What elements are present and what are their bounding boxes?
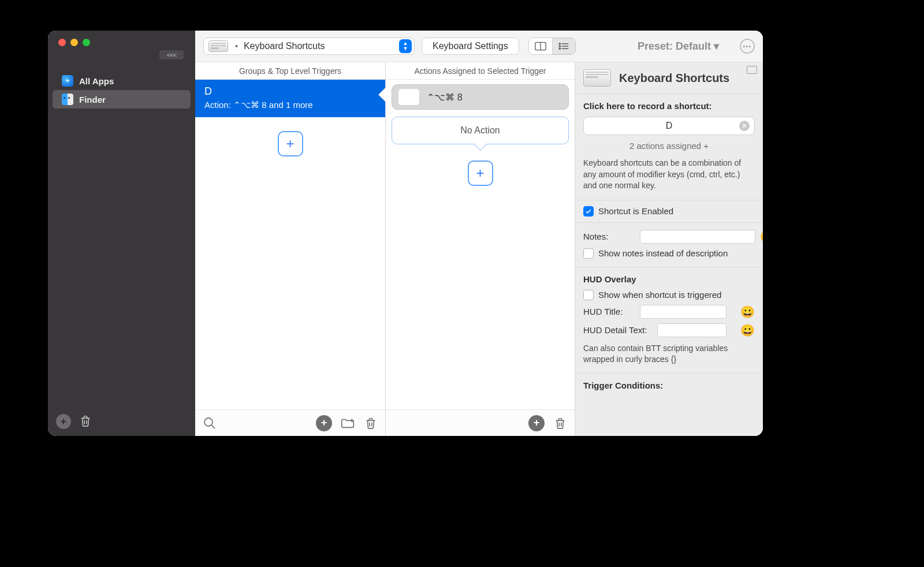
clear-shortcut-button[interactable]: ✕ bbox=[739, 121, 750, 131]
hud-section-title: HUD Overlay bbox=[583, 274, 755, 284]
dropdown-stepper-icon: ▲▼ bbox=[399, 39, 412, 53]
actions-footer: + bbox=[386, 409, 575, 436]
inspector-notes-section: Notes: 😀 Show notes instead of descripti… bbox=[575, 223, 763, 267]
inspector-title: Keyboard Shortcuts bbox=[619, 72, 729, 85]
hud-show-label: Show when shortcut is triggered bbox=[598, 290, 721, 300]
sidebar-item-label: Finder bbox=[79, 95, 106, 105]
action-row[interactable]: ⌃⌥⌘ 8 bbox=[392, 84, 569, 110]
preset-menu[interactable]: Preset: Default ▾ bbox=[638, 40, 719, 53]
inspector-description: Keyboard shortcuts can be a combination … bbox=[583, 158, 755, 192]
add-app-button[interactable]: + bbox=[56, 414, 71, 429]
columns: Groups & Top Level Triggers D Action: ⌃⌥… bbox=[195, 62, 763, 436]
sidebar-bottom-bar: + bbox=[48, 408, 195, 436]
conditions-title: Trigger Conditions: bbox=[583, 381, 755, 390]
notes-instead-checkbox[interactable] bbox=[583, 248, 594, 259]
delete-trigger-button[interactable] bbox=[363, 416, 378, 430]
no-action-row[interactable]: No Action bbox=[392, 117, 569, 144]
trigger-title: D bbox=[204, 85, 377, 98]
inspector-conditions-section: Trigger Conditions: bbox=[575, 374, 763, 398]
hud-detail-input[interactable] bbox=[657, 323, 726, 337]
inspector-header: Keyboard Shortcuts bbox=[575, 62, 763, 94]
sidebar-item-all-apps[interactable]: ✦ All Apps bbox=[53, 72, 191, 90]
delete-action-button[interactable] bbox=[553, 416, 568, 430]
inspector-panel: Keyboard Shortcuts Click here to record … bbox=[575, 62, 763, 436]
trigger-type-select[interactable]: • Keyboard Shortcuts ▲▼ bbox=[203, 38, 415, 55]
new-folder-button[interactable] bbox=[340, 416, 355, 430]
recorded-key: D bbox=[666, 121, 673, 131]
hud-title-input[interactable] bbox=[640, 305, 726, 319]
zoom-window-button[interactable] bbox=[83, 39, 90, 46]
add-action-footer-button[interactable]: + bbox=[528, 415, 545, 431]
more-menu-button[interactable]: ••• bbox=[740, 39, 755, 54]
add-action-button[interactable]: + bbox=[468, 161, 493, 186]
detach-panel-button[interactable] bbox=[747, 66, 757, 74]
enabled-checkbox[interactable] bbox=[583, 206, 594, 217]
svg-point-4 bbox=[204, 418, 213, 426]
emoji-picker-button[interactable]: 😀 bbox=[740, 305, 755, 319]
hud-detail-label: HUD Detail Text: bbox=[583, 325, 653, 335]
svg-point-1 bbox=[559, 43, 560, 44]
app-window: <<< ✦ All Apps Finder + bbox=[48, 31, 763, 436]
actions-assigned-label[interactable]: 2 actions assigned + bbox=[583, 141, 755, 151]
sidebar-item-label: All Apps bbox=[79, 76, 114, 86]
hud-note: Can also contain BTT scripting variables… bbox=[583, 343, 755, 365]
shortcut-record-field[interactable]: D ✕ bbox=[583, 117, 755, 135]
inspector-enabled-section: Shortcut is Enabled bbox=[575, 200, 763, 223]
add-trigger-button[interactable]: + bbox=[278, 131, 303, 156]
add-group-button[interactable]: + bbox=[316, 415, 332, 431]
finder-icon bbox=[62, 94, 73, 105]
keyboard-icon bbox=[208, 40, 228, 52]
search-button[interactable] bbox=[202, 416, 217, 430]
toolbar: • Keyboard Shortcuts ▲▼ Keyboard Setting… bbox=[195, 31, 763, 62]
trigger-row[interactable]: D Action: ⌃⌥⌘ 8 and 1 more bbox=[195, 80, 385, 117]
svg-point-3 bbox=[559, 48, 560, 49]
trigger-subtitle: Action: ⌃⌥⌘ 8 and 1 more bbox=[204, 100, 377, 110]
globe-icon: ✦ bbox=[62, 75, 73, 87]
record-prompt: Click here to record a shortcut: bbox=[583, 101, 755, 111]
action-label: ⌃⌥⌘ 8 bbox=[427, 92, 463, 103]
bullet-icon: • bbox=[233, 42, 239, 51]
notes-input[interactable] bbox=[640, 230, 755, 244]
window-controls bbox=[48, 31, 195, 51]
close-window-button[interactable] bbox=[58, 39, 66, 46]
keyboard-icon bbox=[583, 69, 611, 87]
minimize-window-button[interactable] bbox=[70, 39, 78, 46]
sidebar: <<< ✦ All Apps Finder + bbox=[48, 31, 195, 436]
layout-mode-segmented bbox=[528, 38, 576, 55]
notes-instead-label: Show notes instead of description bbox=[598, 248, 728, 258]
notes-label: Notes: bbox=[583, 232, 635, 241]
sidebar-item-finder[interactable]: Finder bbox=[53, 90, 191, 109]
svg-point-2 bbox=[559, 46, 560, 47]
collapse-sidebar-button[interactable]: <<< bbox=[159, 50, 184, 59]
keyboard-settings-button[interactable]: Keyboard Settings bbox=[422, 38, 519, 55]
inspector-record-section: Click here to record a shortcut: D ✕ 2 a… bbox=[575, 94, 763, 200]
trigger-type-label: Keyboard Shortcuts bbox=[244, 41, 394, 51]
emoji-picker-button[interactable]: 😀 bbox=[740, 323, 755, 337]
no-action-label: No Action bbox=[460, 125, 500, 136]
actions-column: Actions Assigned to Selected Trigger ⌃⌥⌘… bbox=[386, 62, 575, 436]
delete-app-button[interactable] bbox=[79, 414, 92, 428]
layout-list-button[interactable] bbox=[552, 38, 575, 54]
actions-column-header: Actions Assigned to Selected Trigger bbox=[386, 62, 575, 80]
sidebar-items: ✦ All Apps Finder bbox=[48, 72, 195, 109]
hud-show-checkbox[interactable] bbox=[583, 290, 594, 300]
inspector-hud-section: HUD Overlay Show when shortcut is trigge… bbox=[575, 267, 763, 374]
emoji-picker-button[interactable]: 😀 bbox=[760, 230, 763, 244]
groups-column-header: Groups & Top Level Triggers bbox=[195, 62, 385, 80]
enabled-label: Shortcut is Enabled bbox=[598, 206, 673, 216]
action-icon bbox=[398, 88, 420, 106]
groups-column: Groups & Top Level Triggers D Action: ⌃⌥… bbox=[195, 62, 386, 436]
hud-title-label: HUD Title: bbox=[583, 307, 635, 316]
groups-footer: + bbox=[195, 409, 385, 436]
main-area: • Keyboard Shortcuts ▲▼ Keyboard Setting… bbox=[195, 31, 763, 436]
layout-columns-button[interactable] bbox=[529, 38, 552, 54]
selection-pointer-icon bbox=[379, 88, 386, 102]
